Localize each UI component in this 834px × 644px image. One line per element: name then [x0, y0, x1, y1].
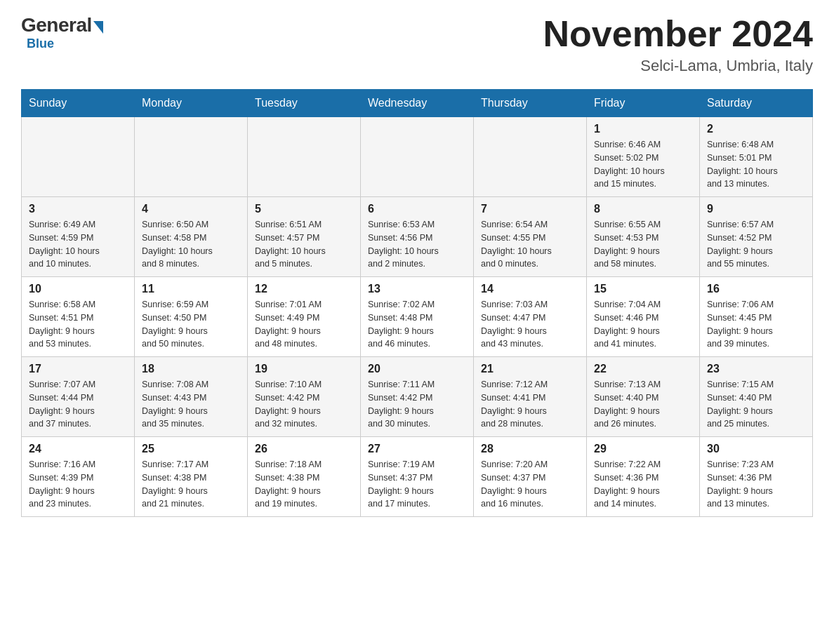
calendar-cell: 4Sunrise: 6:50 AM Sunset: 4:58 PM Daylig… — [135, 197, 248, 277]
day-info: Sunrise: 7:01 AM Sunset: 4:49 PM Dayligh… — [255, 298, 353, 351]
week-row-1: 1Sunrise: 6:46 AM Sunset: 5:02 PM Daylig… — [22, 117, 813, 197]
day-number: 10 — [29, 283, 127, 295]
day-info: Sunrise: 7:16 AM Sunset: 4:39 PM Dayligh… — [29, 458, 127, 511]
weekday-header-sunday: Sunday — [22, 90, 135, 117]
day-number: 3 — [29, 203, 127, 215]
weekday-header-monday: Monday — [135, 90, 248, 117]
day-info: Sunrise: 6:58 AM Sunset: 4:51 PM Dayligh… — [29, 298, 127, 351]
day-number: 16 — [707, 283, 805, 295]
day-info: Sunrise: 6:50 AM Sunset: 4:58 PM Dayligh… — [142, 218, 240, 271]
calendar-cell: 27Sunrise: 7:19 AM Sunset: 4:37 PM Dayli… — [361, 437, 474, 517]
calendar-cell: 29Sunrise: 7:22 AM Sunset: 4:36 PM Dayli… — [587, 437, 700, 517]
weekday-header-tuesday: Tuesday — [248, 90, 361, 117]
day-number: 18 — [142, 363, 240, 375]
day-info: Sunrise: 6:49 AM Sunset: 4:59 PM Dayligh… — [29, 218, 127, 271]
day-info: Sunrise: 6:53 AM Sunset: 4:56 PM Dayligh… — [368, 218, 466, 271]
calendar-cell: 18Sunrise: 7:08 AM Sunset: 4:43 PM Dayli… — [135, 357, 248, 437]
week-row-3: 10Sunrise: 6:58 AM Sunset: 4:51 PM Dayli… — [22, 277, 813, 357]
month-title: November 2024 — [543, 14, 813, 54]
week-row-5: 24Sunrise: 7:16 AM Sunset: 4:39 PM Dayli… — [22, 437, 813, 517]
calendar-cell: 16Sunrise: 7:06 AM Sunset: 4:45 PM Dayli… — [700, 277, 813, 357]
calendar-cell — [361, 117, 474, 197]
title-section: November 2024 Selci-Lama, Umbria, Italy — [543, 14, 813, 75]
calendar-cell: 15Sunrise: 7:04 AM Sunset: 4:46 PM Dayli… — [587, 277, 700, 357]
calendar-cell: 20Sunrise: 7:11 AM Sunset: 4:42 PM Dayli… — [361, 357, 474, 437]
calendar-cell: 22Sunrise: 7:13 AM Sunset: 4:40 PM Dayli… — [587, 357, 700, 437]
calendar-cell: 25Sunrise: 7:17 AM Sunset: 4:38 PM Dayli… — [135, 437, 248, 517]
day-number: 9 — [707, 203, 805, 215]
calendar-table: SundayMondayTuesdayWednesdayThursdayFrid… — [21, 89, 813, 517]
day-number: 4 — [142, 203, 240, 215]
calendar-cell: 23Sunrise: 7:15 AM Sunset: 4:40 PM Dayli… — [700, 357, 813, 437]
logo: General Blue — [21, 14, 103, 51]
day-number: 21 — [481, 363, 579, 375]
calendar-cell: 11Sunrise: 6:59 AM Sunset: 4:50 PM Dayli… — [135, 277, 248, 357]
calendar-cell: 26Sunrise: 7:18 AM Sunset: 4:38 PM Dayli… — [248, 437, 361, 517]
day-number: 26 — [255, 443, 353, 455]
day-number: 13 — [368, 283, 466, 295]
day-info: Sunrise: 7:22 AM Sunset: 4:36 PM Dayligh… — [594, 458, 692, 511]
day-number: 22 — [594, 363, 692, 375]
calendar-cell: 19Sunrise: 7:10 AM Sunset: 4:42 PM Dayli… — [248, 357, 361, 437]
day-number: 15 — [594, 283, 692, 295]
weekday-header-thursday: Thursday — [474, 90, 587, 117]
calendar-cell: 30Sunrise: 7:23 AM Sunset: 4:36 PM Dayli… — [700, 437, 813, 517]
week-row-2: 3Sunrise: 6:49 AM Sunset: 4:59 PM Daylig… — [22, 197, 813, 277]
calendar-cell: 3Sunrise: 6:49 AM Sunset: 4:59 PM Daylig… — [22, 197, 135, 277]
location-title: Selci-Lama, Umbria, Italy — [543, 57, 813, 75]
day-number: 7 — [481, 203, 579, 215]
day-info: Sunrise: 7:17 AM Sunset: 4:38 PM Dayligh… — [142, 458, 240, 511]
day-info: Sunrise: 6:54 AM Sunset: 4:55 PM Dayligh… — [481, 218, 579, 271]
calendar-cell: 2Sunrise: 6:48 AM Sunset: 5:01 PM Daylig… — [700, 117, 813, 197]
calendar-cell: 12Sunrise: 7:01 AM Sunset: 4:49 PM Dayli… — [248, 277, 361, 357]
day-number: 30 — [707, 443, 805, 455]
calendar-cell: 21Sunrise: 7:12 AM Sunset: 4:41 PM Dayli… — [474, 357, 587, 437]
calendar-cell: 6Sunrise: 6:53 AM Sunset: 4:56 PM Daylig… — [361, 197, 474, 277]
day-info: Sunrise: 7:19 AM Sunset: 4:37 PM Dayligh… — [368, 458, 466, 511]
day-number: 27 — [368, 443, 466, 455]
day-number: 5 — [255, 203, 353, 215]
calendar-cell: 5Sunrise: 6:51 AM Sunset: 4:57 PM Daylig… — [248, 197, 361, 277]
day-info: Sunrise: 7:18 AM Sunset: 4:38 PM Dayligh… — [255, 458, 353, 511]
day-number: 24 — [29, 443, 127, 455]
day-info: Sunrise: 6:57 AM Sunset: 4:52 PM Dayligh… — [707, 218, 805, 271]
day-info: Sunrise: 7:23 AM Sunset: 4:36 PM Dayligh… — [707, 458, 805, 511]
day-info: Sunrise: 7:04 AM Sunset: 4:46 PM Dayligh… — [594, 298, 692, 351]
day-info: Sunrise: 6:46 AM Sunset: 5:02 PM Dayligh… — [594, 138, 692, 191]
day-number: 28 — [481, 443, 579, 455]
logo-general-text: General — [21, 14, 92, 36]
calendar-cell — [135, 117, 248, 197]
calendar-cell: 9Sunrise: 6:57 AM Sunset: 4:52 PM Daylig… — [700, 197, 813, 277]
day-number: 19 — [255, 363, 353, 375]
day-number: 11 — [142, 283, 240, 295]
day-number: 6 — [368, 203, 466, 215]
day-number: 17 — [29, 363, 127, 375]
day-info: Sunrise: 7:15 AM Sunset: 4:40 PM Dayligh… — [707, 378, 805, 431]
day-number: 29 — [594, 443, 692, 455]
calendar-cell: 8Sunrise: 6:55 AM Sunset: 4:53 PM Daylig… — [587, 197, 700, 277]
day-info: Sunrise: 6:48 AM Sunset: 5:01 PM Dayligh… — [707, 138, 805, 191]
calendar-cell — [248, 117, 361, 197]
day-info: Sunrise: 7:11 AM Sunset: 4:42 PM Dayligh… — [368, 378, 466, 431]
day-info: Sunrise: 7:20 AM Sunset: 4:37 PM Dayligh… — [481, 458, 579, 511]
calendar-cell: 28Sunrise: 7:20 AM Sunset: 4:37 PM Dayli… — [474, 437, 587, 517]
day-info: Sunrise: 6:55 AM Sunset: 4:53 PM Dayligh… — [594, 218, 692, 271]
day-info: Sunrise: 7:03 AM Sunset: 4:47 PM Dayligh… — [481, 298, 579, 351]
calendar-cell: 14Sunrise: 7:03 AM Sunset: 4:47 PM Dayli… — [474, 277, 587, 357]
weekday-header-wednesday: Wednesday — [361, 90, 474, 117]
page-header: General Blue November 2024 Selci-Lama, U… — [21, 14, 813, 75]
day-info: Sunrise: 7:10 AM Sunset: 4:42 PM Dayligh… — [255, 378, 353, 431]
calendar-cell: 24Sunrise: 7:16 AM Sunset: 4:39 PM Dayli… — [22, 437, 135, 517]
calendar-cell: 7Sunrise: 6:54 AM Sunset: 4:55 PM Daylig… — [474, 197, 587, 277]
day-info: Sunrise: 7:12 AM Sunset: 4:41 PM Dayligh… — [481, 378, 579, 431]
day-number: 1 — [594, 123, 692, 135]
day-number: 23 — [707, 363, 805, 375]
day-number: 2 — [707, 123, 805, 135]
weekday-header-saturday: Saturday — [700, 90, 813, 117]
day-info: Sunrise: 7:02 AM Sunset: 4:48 PM Dayligh… — [368, 298, 466, 351]
weekday-header-friday: Friday — [587, 90, 700, 117]
day-info: Sunrise: 7:08 AM Sunset: 4:43 PM Dayligh… — [142, 378, 240, 431]
calendar-cell: 13Sunrise: 7:02 AM Sunset: 4:48 PM Dayli… — [361, 277, 474, 357]
day-info: Sunrise: 7:13 AM Sunset: 4:40 PM Dayligh… — [594, 378, 692, 431]
calendar-cell — [22, 117, 135, 197]
